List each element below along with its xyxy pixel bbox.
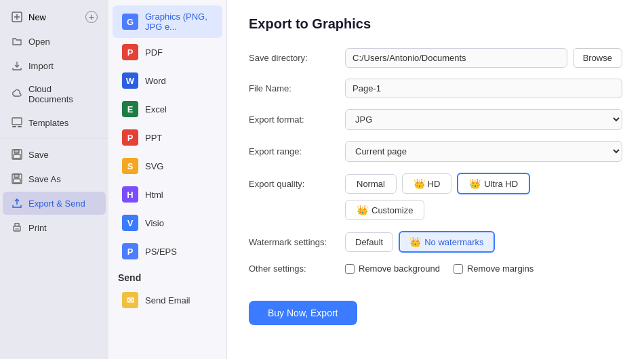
svg-rect-3	[12, 118, 22, 125]
nowatermark-crown-icon: 👑	[409, 236, 421, 247]
watermark-row: Watermark settings: Default 👑 No waterma…	[249, 231, 622, 253]
quality-group: Normal 👑 HD 👑 Ultra HD	[345, 173, 530, 194]
checkbox-group: Remove background Remove margins	[345, 263, 534, 274]
export-format-control: JPG PNG BMP TIFF GIF	[345, 109, 622, 130]
remove-margins-item[interactable]: Remove margins	[454, 263, 534, 274]
ppt-file-icon: P	[122, 129, 138, 146]
middle-item-visio[interactable]: V Visio	[113, 209, 222, 237]
pseps-file-icon: P	[122, 243, 138, 259]
middle-label-pseps: PS/EPS	[145, 247, 177, 257]
hd-crown-icon: 👑	[414, 178, 425, 189]
sidebar-item-import[interactable]: Import	[3, 54, 106, 77]
sidebar-label-cloud: Cloud Documents	[28, 84, 98, 104]
sidebar-label-export: Export & Send	[28, 198, 85, 209]
remove-background-label: Remove background	[359, 263, 440, 274]
visio-file-icon: V	[122, 215, 138, 231]
sidebar-item-templates[interactable]: Templates	[3, 111, 106, 134]
sidebar-item-saveas[interactable]: Save As	[3, 167, 106, 190]
excel-file-icon: E	[122, 101, 138, 117]
middle-item-pdf[interactable]: P PDF	[113, 38, 222, 66]
svg-rect-10	[14, 174, 19, 177]
sidebar-label-open: Open	[28, 37, 50, 47]
middle-item-html[interactable]: H Html	[113, 180, 222, 209]
graphics-file-icon: G	[122, 14, 138, 30]
sidebar: New + Open Import Cloud Documents	[0, 0, 108, 359]
word-file-icon: W	[122, 72, 138, 89]
export-format-select[interactable]: JPG PNG BMP TIFF GIF	[345, 109, 622, 130]
buy-export-button[interactable]: Buy Now, Export	[249, 301, 357, 325]
browse-button[interactable]: Browse	[573, 48, 622, 68]
svg-rect-5	[18, 126, 22, 127]
save-directory-control: Browse	[345, 48, 622, 68]
middle-label-email: Send Email	[145, 295, 190, 305]
add-badge: +	[85, 11, 98, 23]
page-title: Export to Graphics	[249, 16, 622, 32]
export-range-row: Export range: Current page All pages Sel…	[249, 141, 622, 162]
file-name-label: File Name:	[249, 83, 337, 93]
middle-label-word: Word	[145, 76, 166, 86]
export-format-row: Export format: JPG PNG BMP TIFF GIF	[249, 109, 622, 130]
svg-rect-11	[14, 179, 20, 183]
middle-label-visio: Visio	[145, 218, 164, 228]
watermark-none-button[interactable]: 👑 No watermarks	[399, 231, 494, 253]
quality-normal-button[interactable]: Normal	[345, 174, 397, 194]
watermark-label: Watermark settings:	[249, 237, 337, 247]
save-directory-input[interactable]	[345, 48, 567, 68]
other-settings-row: Other settings: Remove background Remove…	[249, 263, 622, 274]
import-icon	[11, 60, 23, 72]
remove-margins-checkbox[interactable]	[454, 264, 463, 274]
svg-rect-8	[14, 154, 20, 159]
export-quality-row: Export quality: Normal 👑 HD 👑 Ultra HD 👑…	[249, 173, 622, 220]
sidebar-item-save[interactable]: Save	[3, 143, 106, 166]
pdf-file-icon: P	[122, 44, 138, 60]
quality-ultrahd-button[interactable]: 👑 Ultra HD	[457, 173, 530, 194]
sidebar-item-new[interactable]: New +	[3, 5, 106, 28]
middle-item-email[interactable]: ✉ Send Email	[113, 286, 222, 314]
export-format-label: Export format:	[249, 114, 337, 125]
export-range-control: Current page All pages Selected pages	[345, 141, 622, 162]
middle-label-excel: Excel	[145, 104, 167, 114]
sidebar-item-export[interactable]: Export & Send	[3, 192, 106, 215]
watermark-default-button[interactable]: Default	[345, 232, 393, 252]
sidebar-label-templates: Templates	[28, 118, 68, 128]
remove-background-item[interactable]: Remove background	[345, 263, 440, 274]
middle-label-html: Html	[145, 190, 163, 200]
svg-file-icon: S	[122, 158, 138, 174]
saveas-icon	[11, 173, 23, 185]
middle-item-svg[interactable]: S SVG	[113, 152, 222, 180]
print-icon	[11, 221, 23, 234]
middle-item-graphics[interactable]: G Graphics (PNG, JPG e...	[113, 5, 222, 38]
remove-background-checkbox[interactable]	[345, 264, 355, 274]
watermark-group: Default 👑 No watermarks	[345, 231, 495, 253]
cloud-icon	[11, 88, 23, 100]
sidebar-item-print[interactable]: Print	[3, 216, 106, 239]
middle-item-pseps[interactable]: P PS/EPS	[113, 237, 222, 266]
middle-label-svg: SVG	[145, 161, 163, 171]
middle-label-ppt: PPT	[145, 133, 162, 143]
middle-item-excel[interactable]: E Excel	[113, 95, 222, 123]
open-icon	[11, 35, 23, 47]
file-name-input[interactable]	[345, 79, 622, 98]
new-icon	[11, 11, 23, 23]
ultrahd-crown-icon: 👑	[469, 178, 481, 189]
middle-label-pdf: PDF	[145, 47, 163, 58]
sidebar-label-save: Save	[28, 150, 49, 160]
templates-icon	[11, 117, 23, 129]
export-icon	[11, 197, 23, 209]
sidebar-item-open[interactable]: Open	[3, 30, 106, 53]
svg-rect-7	[14, 150, 19, 153]
sidebar-item-cloud[interactable]: Cloud Documents	[3, 79, 106, 110]
customize-button[interactable]: 👑 Customize	[345, 200, 424, 220]
save-directory-row: Save directory: Browse	[249, 48, 622, 68]
export-quality-label: Export quality:	[249, 179, 337, 189]
export-range-label: Export range:	[249, 146, 337, 156]
send-section-label: Send	[108, 266, 226, 286]
middle-item-word[interactable]: W Word	[113, 66, 222, 95]
save-icon	[11, 148, 23, 161]
middle-label-graphics: Graphics (PNG, JPG e...	[145, 12, 213, 32]
sidebar-label-print: Print	[28, 223, 47, 233]
export-range-select[interactable]: Current page All pages Selected pages	[345, 141, 622, 162]
svg-rect-4	[12, 126, 16, 127]
quality-hd-button[interactable]: 👑 HD	[402, 173, 451, 194]
middle-item-ppt[interactable]: P PPT	[113, 123, 222, 152]
